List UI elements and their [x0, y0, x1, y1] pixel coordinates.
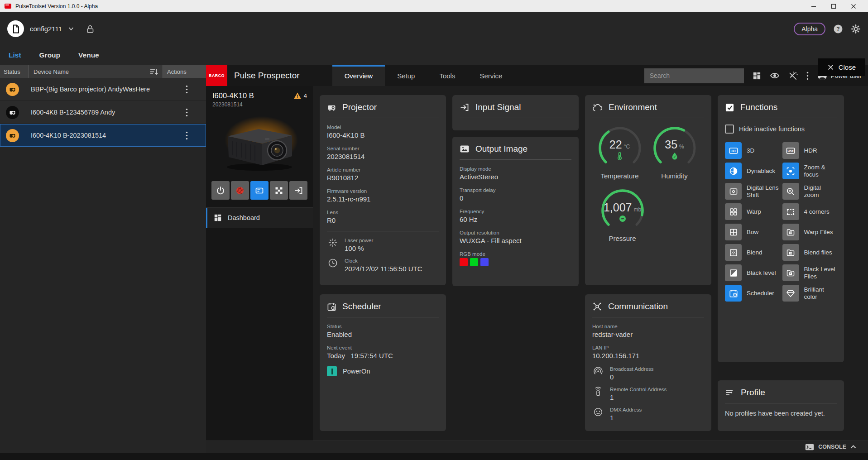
help-button[interactable]: ?	[833, 24, 843, 34]
input-select-button[interactable]	[289, 181, 307, 200]
function-brilliant-color[interactable]: Brilliant color	[782, 285, 837, 302]
tab-group[interactable]: Group	[39, 51, 61, 59]
function-black-level[interactable]: Black level	[725, 264, 780, 281]
maximize-button[interactable]	[824, 0, 844, 12]
shutter-button[interactable]	[231, 181, 249, 200]
3d-icon[interactable]: 3D	[725, 142, 742, 159]
environment-icon	[592, 103, 603, 112]
row-actions-menu[interactable]	[167, 108, 206, 117]
row-actions-menu[interactable]	[167, 131, 206, 140]
table-row[interactable]: BBP-(Big Barco projector) AndyWasHere	[0, 78, 206, 101]
output-image-card: Output Image Display modeActiveStereo Tr…	[452, 137, 579, 286]
tab-service[interactable]: Service	[467, 65, 514, 86]
communication-card: Communication Host nameredstar-vader LAN…	[585, 294, 711, 431]
function-blend[interactable]: Blend	[725, 244, 780, 261]
input-icon	[294, 186, 303, 195]
checkbox-checked-icon	[725, 103, 734, 112]
search-input[interactable]	[644, 68, 744, 83]
function-scheduler[interactable]: Scheduler	[725, 285, 780, 302]
row-actions-menu[interactable]	[167, 85, 206, 94]
function-digital-lens-shift[interactable]: Digital Lens Shift	[725, 183, 780, 200]
test-pattern-button[interactable]	[270, 181, 288, 200]
black-level-icon[interactable]	[725, 264, 742, 281]
function-blend-files[interactable]: Blend files	[782, 244, 837, 261]
communication-icon	[592, 302, 602, 311]
config-file-icon[interactable]	[7, 20, 24, 37]
function-4-corners[interactable]: 4 corners	[782, 203, 837, 220]
tab-list[interactable]: List	[9, 51, 21, 59]
projector-icon	[327, 103, 336, 112]
settings-button[interactable]	[851, 24, 861, 34]
dynablack-icon[interactable]	[725, 163, 742, 179]
blend-files-folder-icon[interactable]	[782, 244, 799, 261]
function-black-level-files[interactable]: Black Level Files	[782, 264, 837, 281]
unlock-button[interactable]	[86, 24, 95, 34]
more-options-button[interactable]	[806, 72, 809, 80]
warning-indicator[interactable]: 4	[293, 92, 307, 100]
device-name-link[interactable]: I600-4K8 B-123456789 Andy	[25, 109, 167, 116]
output-resolution-value: WUXGA - Fill aspect	[460, 237, 571, 244]
power-icon	[216, 186, 225, 195]
svg-text:HDR: HDR	[788, 149, 794, 152]
wand-off-icon	[788, 71, 798, 81]
status-badge-warning	[6, 129, 19, 142]
device-name-link[interactable]: I600-4K10 B-2023081514	[25, 132, 167, 139]
temperature-gauge: 22°C Temperature	[592, 125, 647, 180]
function-dynablack[interactable]: Dynablack	[725, 163, 780, 179]
blend-icon[interactable]	[725, 244, 742, 261]
app-header: config2111 Alpha ?	[0, 12, 868, 45]
column-device-name[interactable]: Device Name	[29, 65, 163, 78]
dashboard-view-button[interactable]	[753, 72, 761, 80]
power-button[interactable]	[211, 181, 230, 200]
osd-button[interactable]	[250, 181, 269, 200]
warp-files-folder-icon[interactable]	[782, 224, 799, 240]
config-name: config2111	[30, 25, 62, 33]
brilliant-color-icon[interactable]	[782, 285, 799, 302]
console-toggle-bar[interactable]: CONSOLE	[206, 441, 868, 453]
device-name-link[interactable]: BBP-(Big Barco projector) AndyWasHere	[25, 86, 167, 93]
maximize-icon	[831, 4, 836, 9]
tab-overview[interactable]: Overview	[332, 65, 385, 86]
tab-tools[interactable]: Tools	[427, 65, 467, 86]
function-3d[interactable]: 3D 3D	[725, 142, 780, 159]
warp-icon[interactable]	[725, 203, 742, 220]
zoom-focus-icon[interactable]	[782, 163, 799, 179]
four-corners-icon[interactable]	[782, 203, 799, 220]
laser-power-value: 100 %	[345, 244, 373, 252]
function-bow[interactable]: Bow	[725, 224, 780, 240]
function-warp[interactable]: Warp	[725, 203, 780, 220]
help-icon: ?	[833, 24, 843, 34]
table-empty-area	[0, 147, 206, 453]
minimize-button[interactable]	[804, 0, 824, 12]
table-row[interactable]: I600-4K10 B-2023081514	[0, 124, 206, 147]
hide-inactive-toggle[interactable]: Hide inactive functions	[725, 125, 837, 134]
sort-icon[interactable]	[150, 68, 158, 76]
bow-icon[interactable]	[725, 224, 742, 240]
device-serial: 2023081514	[212, 101, 307, 108]
auto-adjust-off-button[interactable]	[788, 71, 798, 81]
function-warp-files[interactable]: Warp Files	[782, 224, 837, 240]
laser-power-icon	[328, 238, 338, 248]
hdr-icon[interactable]: HDR	[782, 142, 799, 159]
function-digital-zoom[interactable]: Digital zoom	[782, 183, 837, 200]
table-row[interactable]: I600-4K8 B-123456789 Andy	[0, 101, 206, 124]
broadcast-address-value: 0	[610, 373, 654, 381]
scheduler-icon[interactable]	[725, 285, 742, 302]
sidebar-item-dashboard[interactable]: Dashboard	[206, 208, 313, 228]
digital-zoom-icon[interactable]	[782, 183, 799, 200]
function-hdr[interactable]: HDR HDR	[782, 142, 837, 159]
black-level-files-folder-icon[interactable]	[782, 264, 799, 281]
function-zoom-focus[interactable]: Zoom & focus	[782, 163, 837, 179]
model-value: I600-4K10 B	[327, 131, 439, 139]
tab-venue[interactable]: Venue	[78, 51, 99, 59]
digital-lens-shift-icon[interactable]	[725, 183, 742, 200]
close-device-button[interactable]: Close	[818, 58, 865, 76]
visibility-button[interactable]	[770, 72, 780, 80]
checkbox-unchecked-icon[interactable]	[725, 125, 734, 134]
card-title: Communication	[608, 302, 668, 311]
tab-setup[interactable]: Setup	[385, 65, 427, 86]
config-dropdown[interactable]	[68, 27, 74, 31]
close-window-button[interactable]	[844, 0, 863, 12]
scheduler-status-value: Enabled	[327, 331, 439, 338]
lan-ip-value: 10.200.156.171	[592, 352, 704, 359]
